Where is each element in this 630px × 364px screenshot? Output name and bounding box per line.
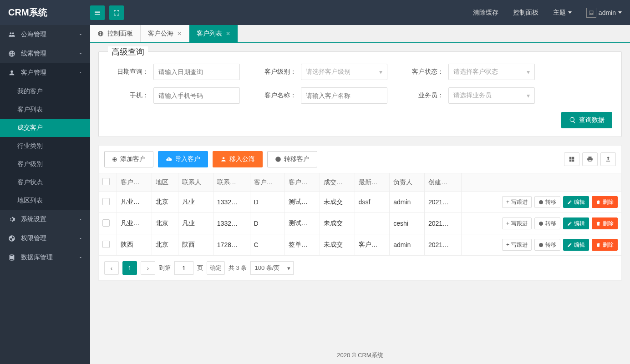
column-header: 联系… <box>213 173 250 192</box>
tab-控制面板[interactable]: 控制面板 <box>90 25 141 42</box>
name-input[interactable] <box>301 87 387 104</box>
transfer-button[interactable]: 转移 <box>534 217 560 229</box>
close-icon[interactable]: ✕ <box>226 30 230 37</box>
goto-page-input[interactable] <box>174 261 193 275</box>
follow-button[interactable]: +写跟进 <box>502 196 532 208</box>
add-customer-button[interactable]: ⊕添加客户 <box>104 151 153 167</box>
row-checkbox[interactable] <box>102 198 110 205</box>
grid-icon <box>569 156 575 162</box>
column-header: 成交… <box>320 173 355 192</box>
broken-avatar-icon <box>586 8 596 18</box>
staff-select[interactable]: 请选择业务员▾ <box>448 87 535 104</box>
sidebar-subitem-地区列表[interactable]: 地区列表 <box>0 192 90 210</box>
trash-icon <box>596 243 601 248</box>
chevron-down-icon <box>78 254 83 261</box>
user-icon <box>7 69 16 76</box>
clock-icon <box>539 200 544 205</box>
search-button[interactable]: 查询数据 <box>561 112 612 128</box>
delete-button[interactable]: 删除 <box>592 239 618 251</box>
tab-客户列表[interactable]: 客户列表✕ <box>189 25 238 42</box>
status-select[interactable]: 请选择客户状态▾ <box>448 64 535 80</box>
import-customer-button[interactable]: 导入客户 <box>158 151 208 167</box>
trash-icon <box>596 221 601 226</box>
sidebar-item-label: 公海管理 <box>21 30 46 39</box>
tab-label: 客户公海 <box>148 30 173 38</box>
table-cell: 签单… <box>285 234 320 256</box>
table-cell: 1332… <box>213 213 250 234</box>
fullscreen-button[interactable] <box>109 5 124 20</box>
advanced-query-panel: 高级查询 日期查询： 客户级别： 请选择客户级别▾ 客户状态： 请选择客户状态▾ <box>98 51 622 137</box>
tabs-bar: 控制面板客户公海✕客户列表✕ <box>90 25 630 43</box>
sidebar-subitem-我的客户[interactable]: 我的客户 <box>0 82 90 101</box>
sidebar-subitem-行业类别[interactable]: 行业类别 <box>0 137 90 155</box>
sidebar-subitem-客户列表[interactable]: 客户列表 <box>0 101 90 119</box>
page-size-select[interactable]: 100 条/页 ▾ <box>250 261 293 275</box>
level-select[interactable]: 请选择客户级别▾ <box>301 64 387 80</box>
print-button[interactable] <box>582 152 598 166</box>
user-dropdown[interactable]: admin <box>586 8 622 18</box>
search-icon <box>569 116 576 124</box>
phone-input[interactable] <box>153 87 240 104</box>
edit-button[interactable]: 编辑 <box>563 196 589 208</box>
sidebar-item-权限管理[interactable]: 权限管理 <box>0 229 90 248</box>
clock-icon <box>275 156 281 162</box>
sidebar-item-label: 线索管理 <box>21 50 46 58</box>
follow-button[interactable]: +写跟进 <box>502 239 532 251</box>
chevron-down-icon <box>78 216 83 223</box>
sidebar-item-label: 数据库管理 <box>21 253 53 262</box>
row-checkbox[interactable] <box>102 241 110 248</box>
sidebar-item-线索管理[interactable]: 线索管理 <box>0 44 90 63</box>
table-cell: 2021… <box>424 213 461 234</box>
caret-down-icon: ▾ <box>379 68 382 76</box>
phone-label: 手机： <box>105 91 149 100</box>
close-icon[interactable]: ✕ <box>177 30 182 37</box>
transfer-button[interactable]: 转移 <box>534 196 560 208</box>
table-cell: 北京 <box>152 213 178 234</box>
globe-icon <box>97 30 104 37</box>
users-icon <box>220 156 227 162</box>
follow-button[interactable]: +写跟进 <box>502 217 532 229</box>
edit-button[interactable]: 编辑 <box>563 239 589 251</box>
next-page-button[interactable]: › <box>141 261 155 275</box>
chevron-up-icon <box>78 69 83 76</box>
prev-page-button[interactable]: ‹ <box>104 261 119 275</box>
plus-icon: + <box>506 242 509 248</box>
table-cell: ceshi <box>390 213 425 234</box>
clear-cache-link[interactable]: 清除缓存 <box>473 9 498 17</box>
sidebar-item-客户管理[interactable]: 客户管理 <box>0 63 90 82</box>
select-all-checkbox[interactable] <box>102 178 110 185</box>
sidebar-subitem-成交客户[interactable]: 成交客户 <box>0 119 90 137</box>
table-cell: 未成交 <box>320 234 355 256</box>
sidebar-subitem-客户级别[interactable]: 客户级别 <box>0 155 90 173</box>
sidebar-item-label: 客户管理 <box>21 69 46 77</box>
sidebar-subitem-客户状态[interactable]: 客户状态 <box>0 173 90 192</box>
table-cell: 北京 <box>152 192 178 213</box>
table-toolbar: ⊕添加客户 导入客户 移入公海 转移客户 <box>98 145 622 173</box>
export-button[interactable] <box>600 152 616 166</box>
pencil-icon <box>567 221 572 226</box>
transfer-button[interactable]: 转移 <box>534 239 560 251</box>
table-cell: 凡业 <box>178 192 213 213</box>
transfer-customer-button[interactable]: 转移客户 <box>267 151 317 167</box>
column-header: 联系人 <box>178 173 213 192</box>
move-to-public-button[interactable]: 移入公海 <box>213 151 263 167</box>
columns-button[interactable] <box>564 152 579 166</box>
group-icon <box>7 31 16 38</box>
sidebar-item-系统设置[interactable]: 系统设置 <box>0 210 90 229</box>
page-number-current[interactable]: 1 <box>122 261 137 275</box>
theme-dropdown[interactable]: 主题 <box>553 9 572 17</box>
control-panel-link[interactable]: 控制面板 <box>513 9 539 17</box>
tab-label: 控制面板 <box>107 30 133 38</box>
row-checkbox[interactable] <box>102 219 110 227</box>
delete-button[interactable]: 删除 <box>592 196 618 208</box>
edit-button[interactable]: 编辑 <box>563 217 589 229</box>
brand-title: CRM系统 <box>8 6 90 19</box>
pencil-icon <box>567 243 572 248</box>
sidebar-item-公海管理[interactable]: 公海管理 <box>0 25 90 44</box>
date-input[interactable] <box>153 64 240 80</box>
menu-toggle-button[interactable] <box>90 5 105 20</box>
sidebar-item-数据库管理[interactable]: 数据库管理 <box>0 248 90 267</box>
goto-confirm-button[interactable]: 确定 <box>207 261 225 275</box>
delete-button[interactable]: 删除 <box>592 217 618 229</box>
tab-客户公海[interactable]: 客户公海✕ <box>141 25 189 42</box>
